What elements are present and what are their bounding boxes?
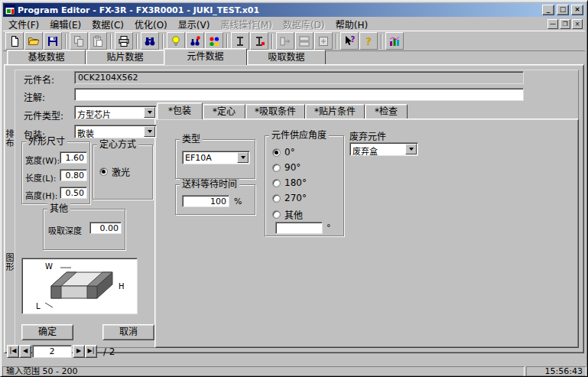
type-dropdown-button[interactable]: [237, 152, 249, 163]
question-mark-icon: ?: [362, 35, 375, 47]
width-label: 宽度(W):: [25, 154, 60, 166]
part-type-select[interactable]: 方型芯片: [74, 106, 157, 119]
height-input[interactable]: [60, 187, 87, 199]
angle-180-label: 180°: [284, 177, 307, 188]
angle-0-radio[interactable]: 0°: [272, 147, 295, 158]
laser-radio[interactable]: 激光: [99, 165, 130, 178]
transfer-2-button[interactable]: [295, 32, 313, 50]
menu-data[interactable]: 数据(C): [86, 17, 129, 31]
open-button[interactable]: [24, 32, 43, 50]
menu-help[interactable]: 帮助(H): [330, 17, 373, 31]
toolbar-separator: [381, 34, 382, 49]
svg-text:?: ?: [365, 35, 372, 47]
dim-w-label: W: [45, 262, 53, 271]
help-button[interactable]: ?: [359, 32, 378, 50]
tool-2-button[interactable]: [250, 32, 268, 50]
tab-board-data[interactable]: 基板数据: [7, 50, 86, 64]
optimize-button[interactable]: [205, 32, 223, 50]
pager-prev-button[interactable]: ◀: [19, 345, 31, 358]
menu-offline[interactable]: 离线操作(M): [215, 17, 278, 31]
tab-placement-data[interactable]: 贴片数据: [86, 50, 164, 64]
angle-other-unit-label: °: [326, 223, 331, 232]
radio-icon: [272, 148, 281, 157]
subtab-package[interactable]: *包装: [157, 102, 203, 119]
tool-1-button[interactable]: [231, 32, 249, 50]
mdi-minimize-button[interactable]: —: [547, 19, 558, 29]
angle-270-radio[interactable]: 270°: [272, 193, 307, 203]
find-button[interactable]: [141, 32, 159, 50]
type-select[interactable]: EF10A: [182, 151, 250, 164]
menu-view[interactable]: 显示(V): [173, 17, 216, 31]
tab-pickup-data[interactable]: 吸取数据: [247, 50, 326, 64]
subtab-centering[interactable]: *定心: [203, 104, 245, 119]
pager-total-label: / 2: [103, 346, 115, 357]
maximize-button[interactable]: □: [557, 5, 569, 15]
copy-button[interactable]: [70, 32, 88, 50]
feed-wait-group-title: 送料等待时间: [180, 179, 239, 190]
cancel-button[interactable]: 取消: [102, 324, 154, 340]
context-help-button[interactable]: ?: [340, 32, 359, 50]
new-button[interactable]: [5, 32, 24, 50]
pager-next-button[interactable]: ▶: [73, 345, 85, 358]
part-type-dropdown-button[interactable]: [144, 107, 155, 118]
side-label-top: 排布: [5, 129, 15, 148]
discard-dropdown-button[interactable]: [405, 144, 417, 154]
pager-first-button[interactable]: |◀: [7, 345, 19, 358]
width-input[interactable]: [60, 151, 87, 164]
package-dropdown-button[interactable]: [144, 126, 155, 137]
discard-select[interactable]: 废弃盒: [349, 142, 418, 156]
new-document-icon: [8, 35, 21, 47]
print-button[interactable]: [115, 32, 133, 50]
part-name-label: 元件名:: [24, 73, 54, 86]
menu-edit[interactable]: 编辑(E): [44, 17, 86, 31]
menu-database[interactable]: 数据库(D): [278, 17, 330, 31]
transfer-1-button[interactable]: [276, 32, 294, 50]
copy-icon: [73, 35, 85, 47]
comment-input[interactable]: [74, 88, 524, 101]
subtab-inspection[interactable]: *检查: [365, 104, 408, 119]
feed-wait-unit-label: %: [234, 197, 242, 206]
toolbar-separator: [162, 34, 164, 49]
open-folder-icon: [28, 35, 40, 47]
statistics-button[interactable]: [385, 32, 404, 50]
feed-wait-input[interactable]: [182, 195, 229, 207]
ibeam-marked-icon: [253, 35, 265, 47]
pager-last-button[interactable]: ▶|: [85, 345, 97, 358]
laser-radio-label: 激光: [112, 165, 130, 178]
find-component-button[interactable]: [186, 32, 204, 50]
angle-90-radio[interactable]: 90°: [272, 162, 300, 173]
transfer-3-button[interactable]: [314, 32, 333, 50]
paste-button[interactable]: [89, 32, 107, 50]
close-button[interactable]: ×: [571, 5, 583, 15]
length-input[interactable]: [60, 169, 87, 181]
chevron-down-icon: [409, 148, 414, 151]
colored-balls-icon: [208, 35, 220, 47]
pager-page-input[interactable]: [32, 345, 72, 358]
part-name-field[interactable]: 0CK2104X562: [74, 71, 524, 84]
mdi-close-button[interactable]: ×: [572, 19, 583, 29]
pickup-depth-label: 吸取深度: [48, 224, 82, 236]
hint-button[interactable]: [167, 32, 185, 50]
other-group: 其他 吸取深度: [43, 209, 125, 250]
angle-0-label: 0°: [284, 147, 295, 158]
discard-label: 废弃元件: [349, 129, 386, 142]
subtab-pickup-condition[interactable]: *吸取条件: [245, 104, 305, 119]
subtab-placement-condition[interactable]: *贴片条件: [305, 104, 365, 119]
minimize-button[interactable]: _: [542, 5, 554, 15]
ok-button[interactable]: 确定: [21, 324, 73, 340]
pickup-depth-input[interactable]: [89, 222, 122, 234]
package-select[interactable]: 散装: [74, 125, 157, 138]
angle-180-radio[interactable]: 180°: [272, 177, 307, 188]
menu-optimize[interactable]: 优化(O): [129, 17, 173, 31]
centering-group-title: 定心方式: [97, 139, 138, 150]
centering-group: 定心方式 激光: [93, 145, 153, 200]
save-button[interactable]: [44, 32, 62, 50]
tab-component-data[interactable]: 元件数据: [164, 48, 247, 65]
angle-other-input[interactable]: [275, 222, 323, 234]
component-preview: W H L: [21, 258, 138, 314]
angle-other-radio[interactable]: 其他: [272, 208, 303, 221]
mdi-restore-button[interactable]: ❐: [560, 19, 570, 29]
package-label: 包装:: [24, 128, 45, 141]
toolbar-separator: [110, 34, 112, 49]
menu-file[interactable]: 文件(F): [3, 17, 44, 31]
